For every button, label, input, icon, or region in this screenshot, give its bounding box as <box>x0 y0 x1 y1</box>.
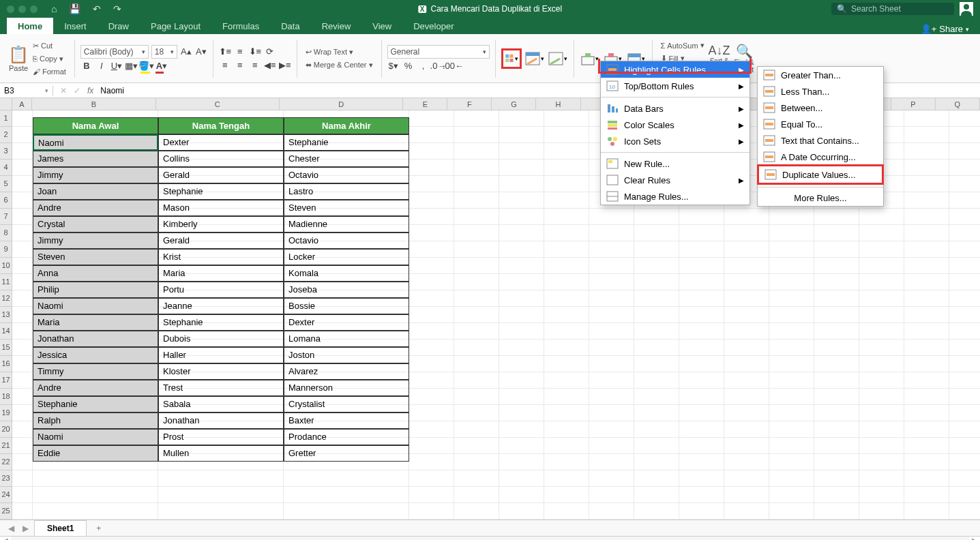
table-cell[interactable]: Gretter <box>284 445 409 462</box>
row-header[interactable]: 18 <box>0 389 12 405</box>
table-cell[interactable]: Mason <box>158 200 284 216</box>
fx-icon[interactable]: fx <box>87 86 93 95</box>
table-cell[interactable]: Joseba <box>284 282 409 298</box>
submenu-item-less-than-[interactable]: Less Than... <box>758 83 883 100</box>
table-cell[interactable]: Gerald <box>158 167 284 183</box>
number-format-select[interactable]: General▾ <box>387 45 490 59</box>
table-cell[interactable]: Bossie <box>284 298 409 314</box>
cancel-icon[interactable]: ✕ <box>60 86 67 95</box>
table-cell[interactable]: Dexter <box>284 314 409 331</box>
menu-item-color-scales[interactable]: Color Scales▶ <box>601 117 749 133</box>
submenu-item-duplicate-values-[interactable]: Duplicate Values... <box>757 164 884 185</box>
row-header[interactable]: 13 <box>0 307 12 323</box>
search-input[interactable]: 🔍 Search Sheet <box>831 3 954 15</box>
table-cell[interactable]: Crystal <box>33 216 158 232</box>
tab-page-layout[interactable]: Page Layout <box>140 18 211 34</box>
row-header[interactable]: 11 <box>0 274 12 290</box>
align-left-icon[interactable]: ≡ <box>219 59 231 72</box>
table-cell[interactable]: Andre <box>33 380 158 396</box>
row-header[interactable]: 20 <box>0 421 12 438</box>
table-cell[interactable]: Timmy <box>33 363 158 380</box>
increase-indent-icon[interactable]: ▶≡ <box>279 59 291 72</box>
row-header[interactable]: 19 <box>0 405 12 421</box>
wrap-text-button[interactable]: ↩Wrap Text ▾ <box>303 46 376 58</box>
italic-button[interactable]: I <box>95 60 108 72</box>
percent-icon[interactable]: % <box>402 60 415 72</box>
menu-item-clear-rules[interactable]: Clear Rules▶ <box>601 172 749 188</box>
horizontal-scrollbar[interactable]: ◀▶ <box>0 536 980 540</box>
font-size-select[interactable]: 18▾ <box>151 45 177 59</box>
format-table-button[interactable]: ▾ <box>524 48 545 69</box>
menu-item-data-bars[interactable]: Data Bars▶ <box>601 100 749 117</box>
row-header[interactable]: 4 <box>0 160 12 176</box>
highlight-cells-submenu[interactable]: Greater Than...Less Than...Between...Equ… <box>757 66 884 207</box>
font-name-select[interactable]: Calibri (Body)▾ <box>80 45 149 59</box>
table-cell[interactable]: Stephanie <box>158 314 284 331</box>
row-header[interactable]: 10 <box>0 258 12 274</box>
table-cell[interactable]: Anna <box>33 265 158 282</box>
copy-button[interactable]: ⎘Copy ▾ <box>30 53 69 65</box>
decrease-decimal-icon[interactable]: .00← <box>447 60 460 72</box>
orientation-icon[interactable]: ⟳ <box>264 46 276 58</box>
table-cell[interactable]: Kimberly <box>158 216 284 232</box>
menu-item-manage-rules-[interactable]: Manage Rules... <box>601 188 749 205</box>
table-cell[interactable]: Haller <box>158 347 284 363</box>
table-cell[interactable]: Jonathan <box>33 331 158 347</box>
name-box[interactable]: B3▾ <box>0 86 53 95</box>
table-cell[interactable]: Portu <box>158 282 284 298</box>
row-header[interactable]: 9 <box>0 241 12 258</box>
menu-item-highlight-cells-rules[interactable]: Highlight Cells Rules▶ <box>601 61 749 78</box>
table-cell[interactable]: Steven <box>284 200 409 216</box>
window-controls[interactable] <box>7 5 38 13</box>
table-cell[interactable]: Joston <box>284 347 409 363</box>
border-button[interactable]: ▦▾ <box>125 60 138 72</box>
increase-font-icon[interactable]: A▴ <box>180 46 192 58</box>
table-cell[interactable]: Ralph <box>33 412 158 429</box>
submenu-item-between-[interactable]: Between... <box>758 100 883 116</box>
conditional-formatting-button[interactable]: ▾ <box>501 48 522 69</box>
row-header[interactable]: 25 <box>0 503 12 520</box>
row-header[interactable]: 22 <box>0 454 12 470</box>
row-header[interactable]: 2 <box>0 127 12 143</box>
tab-draw[interactable]: Draw <box>98 18 140 34</box>
column-header[interactable]: E <box>403 98 447 110</box>
bold-button[interactable]: B <box>80 60 93 72</box>
table-cell[interactable]: Locker <box>284 249 409 265</box>
sheet-nav-first[interactable]: ◀ <box>5 524 17 533</box>
table-cell[interactable]: Jeanne <box>158 298 284 314</box>
menu-item-icon-sets[interactable]: Icon Sets▶ <box>601 133 749 149</box>
table-cell[interactable]: Collins <box>158 151 284 167</box>
insert-cells-button[interactable]: ▾ <box>580 48 600 69</box>
tab-developer[interactable]: Developer <box>402 18 464 34</box>
table-cell[interactable]: Krist <box>158 249 284 265</box>
sheet-nav-prev[interactable]: ▶ <box>20 524 31 533</box>
column-header[interactable]: Q <box>936 98 980 110</box>
table-cell[interactable]: Maria <box>158 265 284 282</box>
fill-color-button[interactable]: 🪣▾ <box>140 60 153 72</box>
table-cell[interactable]: Komala <box>284 265 409 282</box>
avatar[interactable] <box>960 2 973 16</box>
table-cell[interactable]: Stephanie <box>158 183 284 200</box>
currency-icon[interactable]: $▾ <box>387 60 400 72</box>
column-header[interactable]: G <box>492 98 536 110</box>
table-cell[interactable]: Crystalist <box>284 396 409 412</box>
table-cell[interactable]: Madienne <box>284 216 409 232</box>
table-cell[interactable]: Joan <box>33 183 158 200</box>
tab-data[interactable]: Data <box>270 18 310 34</box>
table-cell[interactable]: Maria <box>33 314 158 331</box>
align-top-icon[interactable]: ⬆≡ <box>219 46 231 58</box>
row-header[interactable]: 14 <box>0 323 12 340</box>
font-color-button[interactable]: A▾ <box>155 60 168 72</box>
underline-button[interactable]: U▾ <box>110 60 123 72</box>
table-header[interactable]: Nama Tengah <box>158 117 284 134</box>
table-cell[interactable]: Kloster <box>158 363 284 380</box>
table-cell[interactable]: Naomi <box>33 298 158 314</box>
tab-insert[interactable]: Insert <box>53 18 98 34</box>
table-cell[interactable]: Octavio <box>284 232 409 249</box>
row-header[interactable]: 6 <box>0 192 12 209</box>
table-cell[interactable]: Prodance <box>284 429 409 445</box>
row-header[interactable]: 15 <box>0 340 12 356</box>
submenu-item-more-rules-[interactable]: More Rules... <box>758 190 883 206</box>
table-cell[interactable]: Lomana <box>284 331 409 347</box>
merge-center-button[interactable]: ⬌Merge & Center ▾ <box>303 59 376 71</box>
